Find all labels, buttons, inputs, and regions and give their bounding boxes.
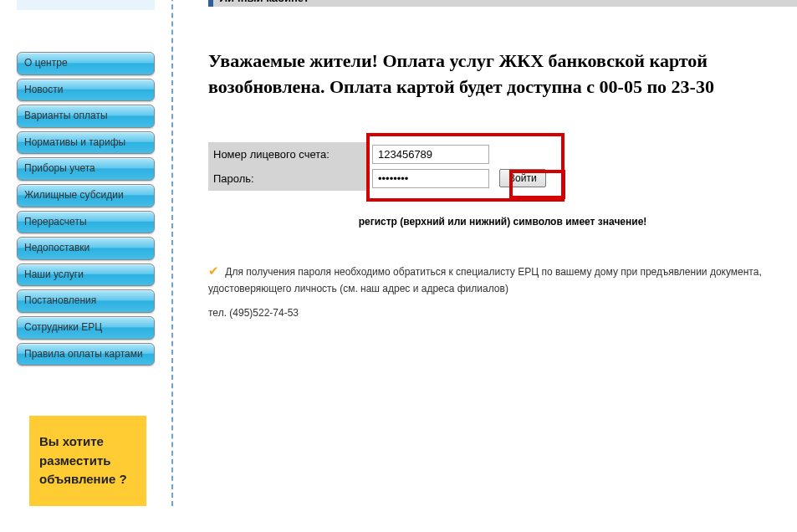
nav-about[interactable]: О центре bbox=[17, 52, 155, 75]
nav-shortages[interactable]: Недопоставки bbox=[17, 237, 155, 260]
main-content: 10100110 Личный кабинет Уважаемые жители… bbox=[183, 0, 797, 506]
login-form: Номер лицевого счета: Пароль: Войти bbox=[208, 142, 797, 191]
nav-meters[interactable]: Приборы учета bbox=[17, 157, 155, 181]
check-icon: ✔ bbox=[208, 263, 219, 278]
nav-recalc[interactable]: Перерасчеты bbox=[17, 211, 155, 234]
password-label: Пароль: bbox=[208, 166, 367, 191]
ad-line2: разместить bbox=[39, 452, 140, 471]
ad-box[interactable]: Вы хотите разместить объявление ? bbox=[29, 416, 146, 506]
nav-payment-options[interactable]: Варианты оплаты bbox=[17, 105, 155, 128]
sidebar-header: Личный кабинет bbox=[17, 0, 155, 10]
page-title: Личный кабинет bbox=[208, 0, 797, 7]
phone-line: тел. (495)522-74-53 bbox=[208, 307, 797, 319]
nav-decrees[interactable]: Постановления bbox=[17, 289, 155, 313]
nav-list: О центре Новости Варианты оплаты Нормати… bbox=[17, 52, 155, 366]
nav-services[interactable]: Наши услуги bbox=[17, 263, 155, 287]
password-input[interactable] bbox=[372, 169, 489, 188]
case-sensitivity-note: регистр (верхний или нижний) символов им… bbox=[208, 216, 797, 228]
info-text: Для получения пароля необходимо обратить… bbox=[208, 266, 762, 294]
vertical-divider bbox=[171, 0, 183, 506]
account-label: Номер лицевого счета: bbox=[208, 142, 367, 166]
nav-subsidies[interactable]: Жилищные субсидии bbox=[17, 184, 155, 207]
ad-line3: объявление ? bbox=[39, 470, 140, 489]
nav-staff[interactable]: Сотрудники ЕРЦ bbox=[17, 316, 155, 340]
nav-card-rules[interactable]: Правила оплаты картами bbox=[17, 343, 155, 366]
ad-line1: Вы хотите bbox=[39, 432, 140, 452]
sidebar: Личный кабинет О центре Новости Варианты… bbox=[0, 0, 171, 506]
announcement: Уважаемые жители! Оплата услуг ЖКХ банко… bbox=[208, 49, 797, 100]
nav-news[interactable]: Новости bbox=[17, 79, 155, 102]
login-button[interactable]: Войти bbox=[499, 169, 546, 187]
info-paragraph: ✔ Для получения пароля необходимо обрати… bbox=[208, 261, 797, 297]
nav-norms-tariffs[interactable]: Нормативы и тарифы bbox=[17, 131, 155, 155]
account-input[interactable] bbox=[372, 145, 489, 164]
